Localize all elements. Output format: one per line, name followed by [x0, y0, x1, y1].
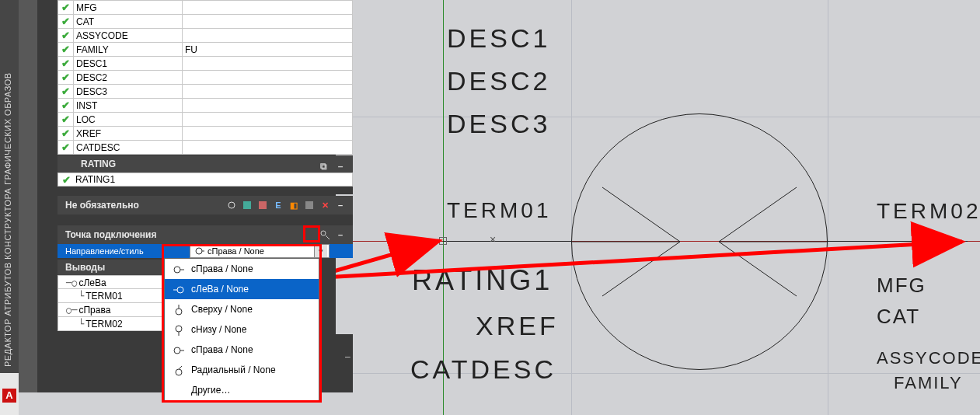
- label-rating1: RATING1: [412, 264, 553, 297]
- check-icon: ✔: [61, 113, 70, 125]
- table-row: ✔DESC2: [58, 71, 353, 85]
- section-title: Выводы: [65, 262, 105, 273]
- palette-side-tab[interactable]: РЕДАКТОР АТРИБУТОВ КОНСТРУКТОРА ГРАФИЧЕС…: [0, 0, 19, 373]
- autocad-logo-icon: A: [2, 389, 16, 403]
- check-icon: ✔: [61, 85, 70, 97]
- side-below: A: [0, 373, 19, 415]
- table-row: ✔ASSYCODE: [58, 29, 353, 43]
- tool-icon[interactable]: [225, 199, 238, 211]
- label-desc3: DESC3: [447, 109, 550, 139]
- collapse-icon[interactable]: –: [345, 351, 350, 362]
- label-desc2: DESC2: [447, 66, 550, 96]
- symbol-internals: [571, 113, 828, 370]
- check-icon: ✔: [61, 71, 70, 83]
- tree-branch-icon: └: [78, 291, 84, 302]
- collapse-icon[interactable]: –: [334, 158, 347, 170]
- attributes-table[interactable]: ✔MFG ✔CAT ✔ASSYCODE ✔FAMILYFU ✔DESC1 ✔DE…: [58, 0, 353, 155]
- highlight-box: [303, 225, 320, 242]
- table-row: ✔MFG: [58, 1, 353, 15]
- tool-icon[interactable]: E: [272, 199, 284, 211]
- label-xref: XREF: [476, 311, 559, 341]
- endpoint-marker: [439, 237, 447, 245]
- highlight-box: [162, 244, 322, 403]
- check-icon: ✔: [61, 2, 70, 13]
- check-icon: ✔: [61, 16, 70, 27]
- symbol-wire-right: [828, 241, 968, 242]
- tool-icon[interactable]: [241, 199, 253, 211]
- label-cat: CAT: [877, 305, 920, 329]
- check-icon: ✔: [61, 30, 70, 41]
- section-header-rating[interactable]: RATING ⧉ –: [58, 155, 353, 173]
- right-pin-icon: ○─: [66, 305, 77, 316]
- check-icon: ✔: [61, 58, 70, 69]
- pick-icon[interactable]: ⧉: [317, 158, 330, 170]
- label-desc1: DESC1: [447, 23, 550, 54]
- section-title: Не обязательно: [65, 200, 139, 211]
- svg-rect-5: [243, 201, 251, 209]
- check-icon: ✔: [61, 127, 70, 139]
- table-row: ✔FAMILYFU: [58, 43, 353, 57]
- collapse-icon[interactable]: –: [334, 228, 347, 241]
- svg-line-9: [326, 235, 330, 239]
- label-catdesc: CATDESC: [410, 354, 556, 385]
- tool-icon[interactable]: [303, 199, 316, 211]
- table-row: ✔LOC: [58, 113, 353, 127]
- check-icon: ✔: [61, 99, 70, 111]
- label-mfg: MFG: [877, 274, 926, 298]
- svg-point-8: [321, 231, 326, 235]
- tool-icon[interactable]: [256, 199, 269, 211]
- collapse-icon[interactable]: –: [334, 199, 347, 211]
- svg-rect-7: [305, 201, 313, 209]
- table-row: ✔XREF: [58, 127, 353, 141]
- label-assycode: ASSYCODE: [877, 348, 980, 368]
- table-row: ✔ RATING1: [58, 173, 353, 187]
- add-connpoint-icon[interactable]: [319, 228, 331, 241]
- label-term01: TERM01: [447, 198, 551, 223]
- tree-branch-icon: └: [78, 319, 84, 330]
- table-row: ✔DESC3: [58, 85, 353, 99]
- table-row: ✔INST: [58, 99, 353, 113]
- svg-rect-6: [259, 201, 267, 209]
- label-term02: TERM02: [877, 199, 980, 224]
- x-marker: ×: [490, 233, 496, 246]
- svg-point-4: [228, 202, 235, 208]
- label-family: FAMILY: [894, 373, 963, 393]
- table-row: ✔CAT: [58, 15, 353, 29]
- table-row: ✔DESC1: [58, 57, 353, 71]
- check-icon: ✔: [62, 174, 71, 186]
- tool-icon[interactable]: ◧: [288, 199, 300, 211]
- left-pin-icon: ─○: [66, 277, 77, 288]
- section-title: RATING: [81, 159, 116, 169]
- table-row: ✔CATDESC: [58, 141, 353, 155]
- check-icon: ✔: [61, 44, 70, 55]
- delete-icon[interactable]: ✕: [319, 199, 331, 211]
- panel-gutter: [19, 0, 37, 392]
- section-title: Точка подключения: [65, 229, 156, 240]
- check-icon: ✔: [61, 141, 70, 153]
- section-header-optional[interactable]: Не обязательно E ◧ ✕ –: [58, 196, 353, 214]
- symbol-wire-left: [443, 241, 571, 242]
